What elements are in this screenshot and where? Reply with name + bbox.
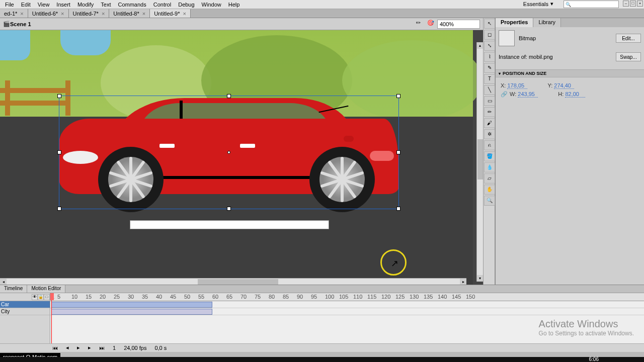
taskbar[interactable]	[0, 357, 644, 362]
lock-icon[interactable]: 🔗	[501, 91, 508, 98]
menu-text[interactable]: Text	[97, 1, 114, 9]
bitmap-thumbnail-icon	[499, 30, 515, 46]
close-icon[interactable]: ×	[183, 11, 186, 17]
menu-modify[interactable]: Modify	[74, 1, 97, 9]
x-field[interactable]: 178,05	[507, 82, 527, 89]
hand-tool-icon[interactable]: ✋	[484, 185, 495, 195]
first-frame-icon[interactable]: ⏮	[50, 345, 60, 351]
scene-icon: 🎬	[3, 21, 10, 27]
stage-area: 🎬 Scene 1 ✏ 🎯	[0, 18, 483, 285]
layer-car[interactable]: Car	[0, 301, 50, 308]
free-transform-icon[interactable]: ⤡	[484, 41, 495, 51]
paint-bucket-icon[interactable]: 🪣	[484, 151, 495, 161]
stage-header: 🎬 Scene 1 ✏ 🎯	[0, 18, 483, 30]
window-close-icon[interactable]: ×	[637, 1, 643, 7]
tab-properties[interactable]: Properties	[496, 18, 533, 27]
search-input[interactable]	[564, 1, 619, 8]
window-restore-icon[interactable]: □	[630, 1, 636, 7]
menu-help[interactable]: Help	[225, 1, 244, 9]
window-minimize-icon[interactable]: –	[623, 1, 629, 7]
menu-file[interactable]: File	[2, 1, 18, 9]
swap-button[interactable]: Swap...	[616, 52, 641, 61]
edit-scene-icon[interactable]: ✏	[416, 20, 425, 29]
y-field[interactable]: 274,40	[554, 82, 574, 89]
symbol-type-label: Bitmap	[519, 35, 536, 41]
bone-tool-icon[interactable]: ⎌	[484, 140, 495, 150]
timeline-status: ⏮ ◂ ▸ ▸ ⏭ 1 24,00 fps 0,0 s	[0, 343, 644, 351]
menu-control[interactable]: Control	[150, 1, 175, 9]
close-icon[interactable]: ×	[102, 11, 105, 17]
document-tabs: ed-1*× Untitled-6*× Untitled-7*× Untitle…	[0, 9, 644, 18]
play-icon[interactable]: ▸	[75, 344, 82, 351]
tab-library[interactable]: Library	[533, 18, 561, 27]
outline-icon[interactable]: □	[44, 294, 50, 300]
stage-canvas[interactable]	[0, 30, 473, 280]
layer-city[interactable]: City	[0, 308, 50, 315]
close-icon[interactable]: ×	[61, 11, 64, 17]
pencil-tool-icon[interactable]: ✏	[484, 107, 495, 117]
playhead[interactable]	[51, 293, 52, 343]
doc-tab[interactable]: ed-1*×	[0, 9, 28, 18]
car-bitmap[interactable]	[59, 96, 399, 209]
lasso-tool-icon[interactable]: ⌇	[484, 52, 495, 62]
doc-tab[interactable]: Untitled-9*×	[150, 9, 191, 18]
current-frame: 1	[111, 345, 118, 351]
instance-name: mobil.png	[529, 54, 553, 60]
h-field[interactable]: 82,00	[565, 91, 585, 98]
vertical-scrollbar[interactable]: ▴▾	[476, 42, 483, 282]
menu-insert[interactable]: Insert	[53, 1, 74, 9]
brush-tool-icon[interactable]: 🖌	[484, 118, 495, 128]
next-frame-icon[interactable]: ▸	[86, 344, 93, 351]
edit-button[interactable]: Edit...	[616, 34, 641, 43]
scene-title: Scene 1	[10, 21, 415, 27]
tab-timeline[interactable]: Timeline	[0, 285, 27, 293]
doc-tab[interactable]: Untitled-8*×	[109, 9, 150, 18]
lock-layer-icon[interactable]: 🔒	[38, 294, 44, 300]
properties-panel: Properties Library Bitmap Edit... Instan…	[495, 18, 644, 285]
menu-debug[interactable]: Debug	[175, 1, 198, 9]
menu-view[interactable]: View	[34, 1, 53, 9]
road-marking	[130, 220, 329, 229]
subselection-tool-icon[interactable]: ◻	[484, 30, 495, 40]
position-size-section[interactable]: POSITION AND SIZE	[496, 69, 644, 77]
symbol-icon[interactable]: 🎯	[427, 20, 436, 29]
close-icon[interactable]: ×	[20, 11, 23, 17]
tab-motion-editor[interactable]: Motion Editor	[27, 285, 65, 293]
menu-commands[interactable]: Commands	[114, 1, 149, 9]
w-field[interactable]: 243,95	[518, 91, 538, 98]
line-tool-icon[interactable]: ╲	[484, 85, 495, 95]
cursor-highlight	[380, 249, 407, 276]
frame-ruler[interactable]: 1510152025303540455055606570758085909510…	[50, 293, 644, 301]
instance-label: Instance of:	[499, 54, 527, 60]
eraser-tool-icon[interactable]: ▱	[484, 173, 495, 184]
zoom-input[interactable]	[437, 20, 480, 29]
doc-tab[interactable]: Untitled-7*×	[69, 9, 110, 18]
selection-tool-icon[interactable]: ↖	[484, 19, 495, 29]
show-hide-icon[interactable]: 👁	[32, 294, 38, 300]
rectangle-tool-icon[interactable]: ▭	[484, 96, 495, 106]
doc-tab[interactable]: Untitled-6*×	[28, 9, 69, 18]
menu-window[interactable]: Window	[198, 1, 225, 9]
last-frame-icon[interactable]: ⏭	[97, 345, 107, 351]
zoom-tool-icon[interactable]: 🔍	[484, 196, 495, 206]
text-tool-icon[interactable]: T	[484, 74, 495, 84]
windows-watermark: Activate Windows Go to Settings to activ…	[539, 318, 634, 337]
layer-list: 👁 🔒 □ Car City	[0, 293, 50, 343]
menu-edit[interactable]: Edit	[18, 1, 34, 9]
tools-panel: ↖ ◻ ⤡ ⌇ ✎ T ╲ ▭ ✏ 🖌 ✲ ⎌ 🪣 💧 ▱ ✋ 🔍	[483, 18, 495, 285]
horizontal-scrollbar[interactable]: ◂▸	[0, 278, 466, 285]
tween-span[interactable]	[51, 302, 212, 308]
workspace-selector[interactable]: Essentials▾	[523, 1, 553, 7]
fps-display: 24,00 fps	[122, 345, 148, 351]
pen-tool-icon[interactable]: ✎	[484, 63, 495, 73]
system-clock: 6:06	[589, 356, 599, 362]
prev-frame-icon[interactable]: ◂	[64, 344, 71, 351]
tween-span[interactable]	[51, 309, 212, 315]
deco-tool-icon[interactable]: ✲	[484, 129, 495, 139]
close-icon[interactable]: ×	[142, 11, 145, 17]
eyedropper-tool-icon[interactable]: 💧	[484, 162, 495, 172]
time-display: 0,0 s	[152, 345, 169, 351]
